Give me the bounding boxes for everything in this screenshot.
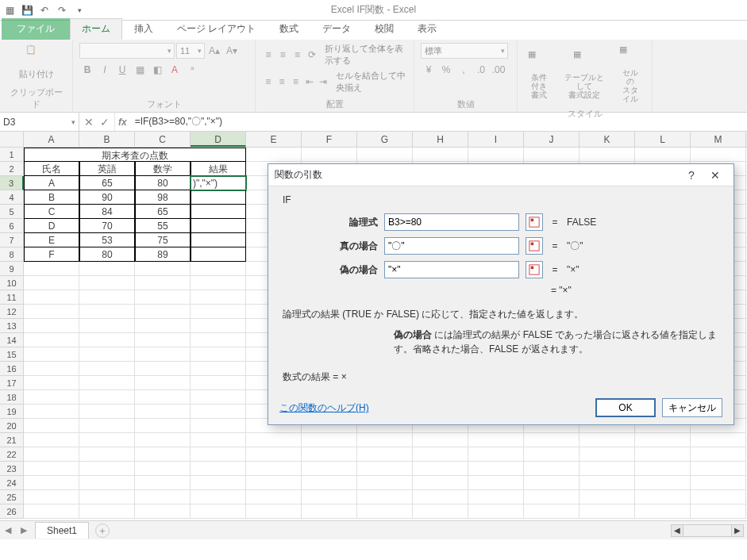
cell[interactable] (24, 276, 79, 290)
cell[interactable] (635, 490, 691, 504)
cell[interactable] (524, 476, 580, 490)
row-header[interactable]: 1 (0, 148, 24, 162)
cell[interactable] (135, 405, 191, 419)
cell[interactable] (191, 347, 246, 362)
merge-center-button[interactable]: セルを結合して中央揃え (336, 70, 407, 94)
cell[interactable] (135, 376, 191, 390)
range-select-button[interactable] (526, 261, 543, 278)
cell[interactable] (357, 447, 413, 462)
column-header[interactable]: A (24, 132, 79, 147)
cell[interactable] (635, 504, 691, 519)
cell[interactable]: 65 (135, 205, 191, 219)
cell[interactable]: 数学 (135, 162, 191, 176)
percent-format-icon[interactable]: % (438, 62, 454, 78)
cell[interactable] (246, 148, 302, 162)
dialog-help-icon[interactable]: ? (680, 169, 703, 182)
arg-input-logical-test[interactable] (384, 213, 519, 231)
column-header[interactable]: L (635, 132, 691, 147)
cell[interactable] (580, 476, 635, 490)
cell[interactable] (691, 462, 746, 476)
cell[interactable] (413, 504, 468, 519)
cell[interactable] (635, 447, 691, 462)
cell[interactable]: F (24, 247, 79, 262)
cell[interactable]: 期末考査の点数 (24, 148, 246, 162)
cell[interactable] (79, 376, 135, 390)
cell[interactable] (79, 433, 135, 447)
cell[interactable] (135, 390, 191, 405)
column-header[interactable]: I (468, 132, 524, 147)
cell[interactable] (691, 476, 746, 490)
cell[interactable]: 89 (135, 247, 191, 262)
cell[interactable] (24, 362, 79, 376)
cell[interactable] (468, 148, 524, 162)
column-header[interactable]: H (413, 132, 468, 147)
cell[interactable]: 結果 (191, 162, 246, 176)
row-header[interactable]: 5 (0, 205, 24, 219)
column-header[interactable]: D (191, 132, 246, 147)
cell[interactable] (246, 490, 302, 504)
cell[interactable] (135, 504, 191, 519)
cell[interactable] (302, 433, 357, 447)
function-help-link[interactable]: この関数のヘルプ(H) (279, 401, 369, 415)
row-header[interactable]: 13 (0, 319, 24, 333)
cell[interactable]: 90 (79, 190, 135, 205)
column-header[interactable]: F (302, 132, 357, 147)
cell[interactable] (135, 319, 191, 333)
arg-input-value-if-true[interactable] (384, 237, 519, 255)
cell[interactable] (135, 262, 191, 276)
enter-formula-icon[interactable]: ✓ (100, 116, 110, 128)
cell[interactable] (302, 447, 357, 462)
cell[interactable] (79, 262, 135, 276)
cell[interactable]: 98 (135, 190, 191, 205)
cell[interactable] (79, 290, 135, 305)
name-box[interactable]: D3 (0, 113, 79, 131)
cell[interactable] (24, 290, 79, 305)
cell[interactable] (191, 262, 246, 276)
sheet-nav-next-icon[interactable]: ▶ (16, 525, 32, 535)
cell[interactable] (79, 447, 135, 462)
cell[interactable] (302, 476, 357, 490)
align-top-icon[interactable]: ≡ (262, 47, 275, 63)
row-header[interactable]: 10 (0, 276, 24, 290)
tab-file[interactable]: ファイル (2, 18, 70, 40)
cell[interactable] (357, 148, 413, 162)
cell[interactable] (135, 433, 191, 447)
range-select-button[interactable] (526, 213, 543, 231)
font-name-combo[interactable] (79, 43, 175, 59)
cell[interactable] (79, 362, 135, 376)
cell[interactable] (691, 433, 746, 447)
cell[interactable] (357, 462, 413, 476)
cell[interactable] (135, 476, 191, 490)
cell[interactable] (191, 205, 246, 219)
cell[interactable] (79, 419, 135, 433)
cell[interactable] (191, 419, 246, 433)
accounting-format-icon[interactable]: ¥ (421, 62, 437, 78)
column-header[interactable]: M (691, 132, 746, 147)
cell[interactable] (79, 319, 135, 333)
tab-insert[interactable]: 挿入 (122, 18, 165, 40)
dialog-titlebar[interactable]: 関数の引数 ? ✕ (268, 164, 734, 186)
cell[interactable] (357, 476, 413, 490)
cell[interactable] (135, 462, 191, 476)
tab-page-layout[interactable]: ページ レイアウト (165, 18, 268, 40)
cell[interactable] (691, 490, 746, 504)
cell[interactable]: 55 (135, 219, 191, 233)
row-header[interactable]: 8 (0, 247, 24, 262)
cell[interactable] (635, 462, 691, 476)
cell[interactable] (246, 447, 302, 462)
bold-button[interactable]: B (79, 62, 95, 78)
cell[interactable] (24, 504, 79, 519)
cell[interactable] (135, 490, 191, 504)
column-header[interactable]: K (580, 132, 635, 147)
fill-color-button[interactable]: ◧ (149, 62, 165, 78)
phonetic-button[interactable]: ᵃ (184, 62, 200, 78)
cell[interactable] (302, 490, 357, 504)
row-header[interactable]: 25 (0, 490, 24, 504)
cell[interactable] (246, 462, 302, 476)
row-header[interactable]: 11 (0, 290, 24, 305)
row-header[interactable]: 4 (0, 190, 24, 205)
cell[interactable] (468, 462, 524, 476)
comma-format-icon[interactable]: , (456, 62, 472, 78)
conditional-formatting-button[interactable]: ▦条件付き 書式 (524, 48, 553, 101)
align-left-icon[interactable]: ≡ (262, 74, 274, 90)
